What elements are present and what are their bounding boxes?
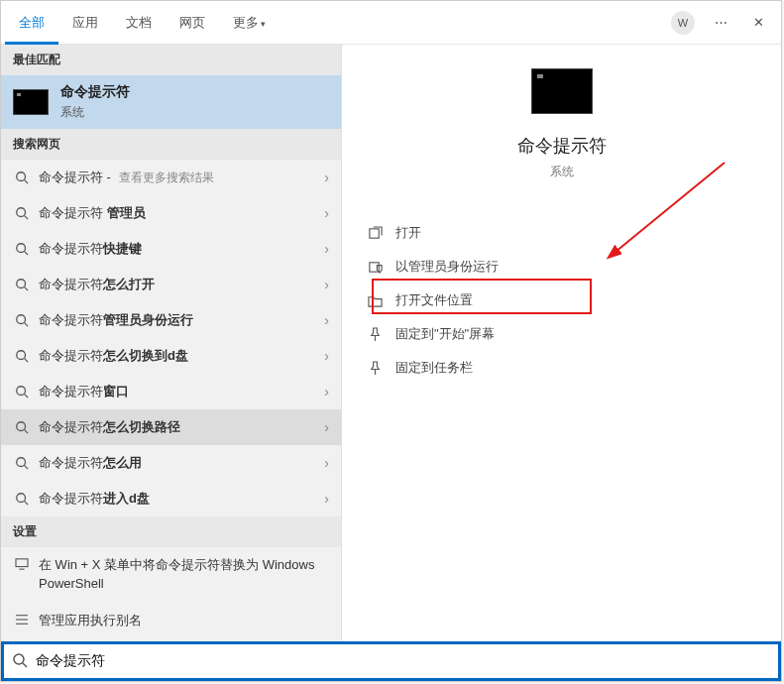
chevron-right-icon: ›: [324, 455, 329, 471]
preview-subtitle: 系统: [550, 164, 574, 180]
svg-point-14: [17, 422, 26, 431]
svg-rect-20: [16, 559, 28, 567]
action-label: 固定到"开始"屏幕: [395, 325, 495, 343]
chevron-right-icon: ›: [324, 170, 329, 185]
search-icon: [13, 349, 31, 363]
search-input[interactable]: [36, 653, 770, 669]
chevron-down-icon: ▾: [261, 19, 266, 29]
action-open[interactable]: 打开: [354, 216, 769, 250]
action-list: 打开 以管理员身份运行 打开文件位置 固定到"开始"屏幕 固定到任务栏: [342, 216, 781, 385]
svg-line-11: [25, 359, 29, 363]
svg-line-28: [23, 663, 27, 667]
preview-title: 命令提示符: [517, 134, 607, 158]
results-pane: 最佳匹配 命令提示符 系统 搜索网页 命令提示符 - 查看更多搜索结果 › 命令…: [1, 45, 342, 641]
search-icon: [13, 278, 31, 291]
chevron-right-icon: ›: [324, 419, 329, 435]
search-box[interactable]: [1, 641, 781, 681]
svg-point-2: [17, 208, 26, 217]
web-result-label: 命令提示符快捷键: [39, 240, 324, 258]
action-open-location[interactable]: 打开文件位置: [354, 284, 769, 317]
tab-more-label: 更多: [233, 15, 259, 30]
list-icon: [13, 614, 31, 626]
user-avatar[interactable]: W: [664, 4, 702, 42]
svg-line-9: [25, 323, 29, 327]
svg-line-7: [25, 287, 29, 291]
svg-point-6: [17, 280, 26, 288]
chevron-right-icon: ›: [324, 348, 329, 364]
svg-line-13: [25, 395, 29, 399]
monitor-icon: [13, 558, 31, 570]
web-result-label: 命令提示符怎么打开: [39, 276, 324, 293]
body: 最佳匹配 命令提示符 系统 搜索网页 命令提示符 - 查看更多搜索结果 › 命令…: [1, 45, 781, 641]
svg-rect-25: [369, 228, 378, 237]
web-result-item[interactable]: 命令提示符管理员身份运行 ›: [1, 302, 341, 338]
web-result-item[interactable]: 命令提示符 管理员 ›: [1, 195, 341, 231]
action-label: 以管理员身份运行: [395, 258, 499, 276]
svg-line-5: [25, 252, 29, 256]
header-tabs: 全部 应用 文档 网页 更多▾ W ⋯ ✕: [1, 1, 781, 45]
chevron-right-icon: ›: [324, 205, 329, 221]
search-icon: [13, 420, 31, 434]
tab-docs[interactable]: 文档: [112, 1, 166, 45]
close-button[interactable]: ✕: [739, 4, 777, 42]
tab-all[interactable]: 全部: [5, 1, 58, 45]
search-icon: [12, 652, 28, 671]
chevron-right-icon: ›: [324, 384, 329, 399]
svg-point-27: [14, 654, 24, 664]
settings-item[interactable]: 管理应用执行别名: [1, 603, 341, 639]
folder-icon: [364, 293, 386, 308]
web-result-item[interactable]: 命令提示符 - 查看更多搜索结果 ›: [1, 160, 341, 195]
tab-apps[interactable]: 应用: [58, 1, 112, 45]
settings-item-label: 管理应用执行别名: [39, 612, 329, 630]
search-icon: [13, 385, 31, 399]
web-results-header: 搜索网页: [1, 129, 341, 160]
search-icon: [13, 313, 31, 327]
chevron-right-icon: ›: [324, 491, 329, 507]
search-icon: [13, 492, 31, 506]
web-result-item[interactable]: 命令提示符进入d盘 ›: [1, 481, 341, 516]
pin-icon: [364, 327, 386, 342]
settings-header: 设置: [1, 516, 341, 547]
best-match-header: 最佳匹配: [1, 45, 341, 75]
ellipsis-icon: ⋯: [715, 15, 728, 30]
avatar-letter: W: [671, 11, 695, 35]
web-result-item[interactable]: 命令提示符窗口 ›: [1, 374, 341, 409]
action-run-admin[interactable]: 以管理员身份运行: [354, 250, 769, 284]
more-options-button[interactable]: ⋯: [702, 4, 739, 42]
best-match-item[interactable]: 命令提示符 系统: [1, 75, 341, 129]
svg-line-15: [25, 430, 29, 434]
preview-pane: 命令提示符 系统 打开 以管理员身份运行 打开文件位置 固定到"开始"屏幕: [342, 45, 781, 641]
web-result-item[interactable]: 命令提示符怎么切换到d盘 ›: [1, 338, 341, 374]
web-result-item[interactable]: 命令提示符怎么用 ›: [1, 445, 341, 481]
web-result-label: 命令提示符 管理员: [39, 204, 324, 222]
svg-line-17: [25, 466, 29, 470]
shield-icon: [364, 260, 386, 275]
web-result-item[interactable]: 命令提示符怎么打开 ›: [1, 267, 341, 302]
web-result-label: 命令提示符管理员身份运行: [39, 311, 324, 329]
cmd-thumbnail-icon: [13, 89, 49, 115]
web-result-item[interactable]: 命令提示符怎么切换路径 ›: [1, 409, 341, 445]
svg-line-19: [25, 502, 29, 506]
web-result-item[interactable]: 命令提示符快捷键 ›: [1, 231, 341, 267]
search-window: 全部 应用 文档 网页 更多▾ W ⋯ ✕ 最佳匹配 命令提示符 系统 搜索网页…: [0, 0, 782, 682]
settings-item-label: 在 Win + X 菜单中将命令提示符替换为 Windows PowerShel…: [39, 556, 329, 594]
action-label: 固定到任务栏: [395, 359, 473, 377]
search-icon: [13, 242, 31, 256]
best-match-subtitle: 系统: [60, 104, 130, 121]
tab-more[interactable]: 更多▾: [219, 1, 280, 45]
search-icon: [13, 456, 31, 470]
action-label: 打开: [395, 224, 421, 242]
action-pin-taskbar[interactable]: 固定到任务栏: [354, 351, 769, 385]
cmd-large-icon: [531, 68, 593, 114]
svg-point-4: [17, 244, 26, 253]
chevron-right-icon: ›: [324, 241, 329, 257]
svg-point-0: [17, 172, 26, 181]
web-result-label: 命令提示符窗口: [39, 383, 324, 400]
web-result-label: 命令提示符怎么切换到d盘: [39, 347, 324, 365]
search-icon: [13, 171, 31, 184]
settings-item[interactable]: 在 Win + X 菜单中将命令提示符替换为 Windows PowerShel…: [1, 547, 341, 603]
action-pin-start[interactable]: 固定到"开始"屏幕: [354, 317, 769, 351]
tab-web[interactable]: 网页: [166, 1, 219, 45]
web-result-label: 命令提示符怎么用: [39, 454, 324, 472]
svg-point-8: [17, 315, 26, 324]
